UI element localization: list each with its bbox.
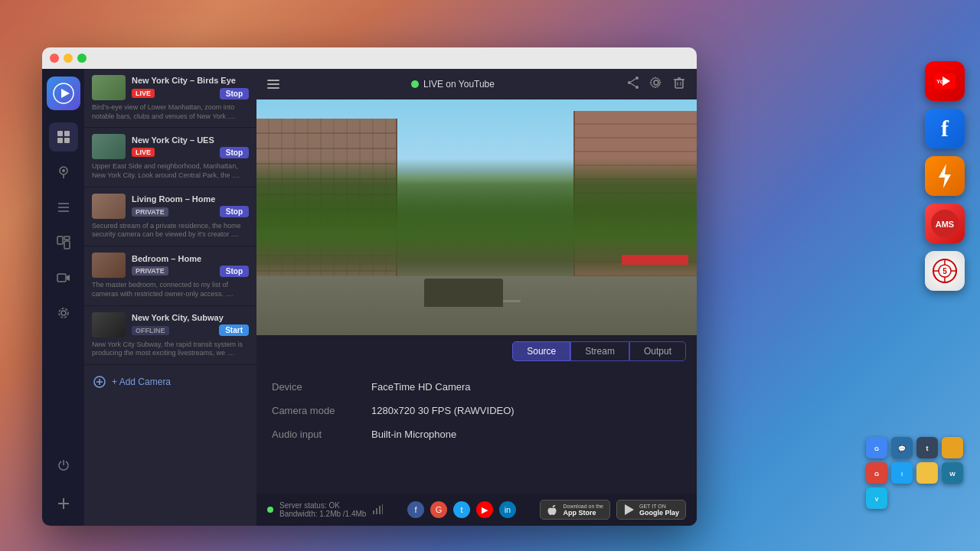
svg-text:G: G: [874, 471, 879, 478]
camera-item[interactable]: New York City, Subway Offline Start New …: [84, 306, 256, 365]
play-icon: [623, 504, 635, 516]
social-links: f G t ▶ in: [407, 501, 516, 518]
topbar-actions: [626, 76, 686, 93]
settings-sidebar-icon: [57, 306, 70, 320]
start-button[interactable]: Start: [219, 324, 249, 336]
stop-button[interactable]: Stop: [220, 206, 249, 217]
camera-list: New York City – Birds Eye LIVE Stop Bird…: [84, 69, 256, 526]
youtube-icon: You: [934, 73, 956, 89]
svg-point-18: [59, 308, 68, 318]
appstore-badge[interactable]: Download on the App Store: [540, 500, 610, 520]
sidebar-item-power[interactable]: [49, 451, 78, 480]
tumblr-mini-icon[interactable]: t: [916, 437, 938, 458]
camera-item[interactable]: Bedroom – Home Private Stop The master b…: [84, 246, 256, 305]
share-button[interactable]: [626, 76, 640, 93]
svg-point-30: [654, 80, 658, 85]
tab-buttons: Source Stream Output: [512, 341, 686, 361]
twitter-social-button[interactable]: t: [453, 501, 470, 518]
stop-button[interactable]: Stop: [220, 147, 249, 158]
googleplay-badge[interactable]: GET IT ON Google Play: [616, 500, 686, 520]
sidebar-item-settings[interactable]: [49, 298, 78, 328]
svg-text:V: V: [875, 497, 879, 502]
video-preview: [256, 99, 697, 335]
google-social-button[interactable]: G: [430, 501, 447, 518]
mini-dock-cluster: G 💬 t G t: [866, 437, 963, 509]
sidebar-item-video[interactable]: [49, 263, 78, 292]
app-logo[interactable]: [47, 77, 80, 110]
sidebar-item-layout[interactable]: [49, 228, 78, 257]
sniper-dock-icon[interactable]: 5: [925, 251, 965, 291]
menu-icon[interactable]: [267, 80, 279, 89]
stream-tab[interactable]: Stream: [570, 341, 629, 361]
camera-mode-value: 980x551 30 FPS (RAWVIDEO): [371, 405, 514, 416]
svg-marker-1: [61, 89, 70, 98]
audio-input-label: Audio input: [272, 429, 371, 440]
facebook-f: f: [941, 116, 949, 142]
svg-line-29: [631, 83, 635, 86]
camera-item[interactable]: Living Room – Home Private Stop Secured …: [84, 187, 256, 246]
camera-description: Upper East Side and neighborhood, Manhat…: [92, 162, 249, 180]
camera-description: Secured stream of a private residence, t…: [92, 222, 249, 240]
yellow-mini-icon[interactable]: [916, 462, 938, 484]
ams-dock-icon[interactable]: AMS: [925, 204, 965, 243]
stop-button[interactable]: Stop: [220, 88, 249, 99]
vimeo-mini-icon[interactable]: V: [866, 487, 887, 509]
sidebar-item-cameras[interactable]: [49, 122, 78, 152]
svg-text:5: 5: [942, 267, 947, 276]
facebook-dock-icon[interactable]: f: [925, 109, 965, 148]
camera-description: The master bedroom, connected to my list…: [92, 281, 249, 298]
status-badge: Private: [132, 207, 168, 217]
minimize-button[interactable]: [64, 54, 73, 63]
street-scene-bg: [256, 99, 697, 335]
svg-marker-16: [67, 275, 70, 281]
scratch-mini-icon[interactable]: [942, 437, 963, 458]
svg-point-25: [635, 77, 639, 80]
video-icon: [57, 271, 70, 285]
settings-button[interactable]: [649, 76, 663, 93]
linkedin-social-button[interactable]: in: [499, 501, 516, 518]
sidebar-item-plus[interactable]: [49, 489, 78, 518]
google-red-mini-icon[interactable]: G: [866, 462, 887, 484]
wordpress-icon: W: [947, 468, 958, 478]
delete-button[interactable]: [672, 76, 686, 93]
controls-bar: Source Stream Output: [256, 335, 697, 367]
camera-item[interactable]: New York City – UES LIVE Stop Upper East…: [84, 128, 256, 187]
device-value: FaceTime HD Camera: [371, 381, 471, 393]
sidebar: [42, 69, 84, 526]
google-mini-icon[interactable]: G: [866, 437, 887, 458]
svg-rect-36: [373, 510, 374, 514]
trash-icon: [672, 76, 686, 90]
awning: [622, 255, 688, 264]
svg-rect-3: [64, 131, 70, 136]
facebook-social-button[interactable]: f: [407, 501, 424, 518]
sidebar-item-map[interactable]: [49, 158, 78, 187]
sidebar-item-list[interactable]: [49, 193, 78, 222]
output-tab[interactable]: Output: [629, 341, 686, 361]
wordpress-mini-icon[interactable]: W: [942, 462, 963, 484]
status-badge: LIVE: [132, 148, 155, 157]
logo-icon: [53, 83, 74, 104]
google-red-icon: G: [871, 468, 882, 478]
source-tab[interactable]: Source: [512, 341, 570, 361]
twitter-mini-icon[interactable]: t: [891, 462, 913, 484]
lightning-dock-icon[interactable]: [925, 156, 965, 196]
vimeo-icon: V: [871, 493, 882, 504]
svg-marker-44: [939, 164, 951, 188]
svg-point-27: [628, 81, 631, 84]
add-camera-button[interactable]: + Add Camera: [84, 368, 256, 396]
camera-title: Bedroom – Home: [132, 254, 249, 264]
camera-title: New York City – UES: [132, 135, 249, 145]
camera-item[interactable]: New York City – Birds Eye LIVE Stop Bird…: [84, 69, 256, 128]
svg-text:💬: 💬: [898, 445, 906, 452]
menu-line: [267, 80, 279, 81]
camera-title: Living Room – Home: [132, 194, 249, 204]
stop-button[interactable]: Stop: [220, 266, 249, 277]
youtube-dock-icon[interactable]: You: [925, 61, 965, 101]
svg-rect-38: [379, 506, 381, 514]
server-status-label: Server status: OK: [279, 501, 366, 510]
chat-mini-icon[interactable]: 💬: [891, 437, 913, 458]
menu-line: [267, 83, 279, 85]
maximize-button[interactable]: [77, 54, 87, 63]
close-button[interactable]: [50, 54, 59, 63]
youtube-social-button[interactable]: ▶: [476, 501, 493, 518]
